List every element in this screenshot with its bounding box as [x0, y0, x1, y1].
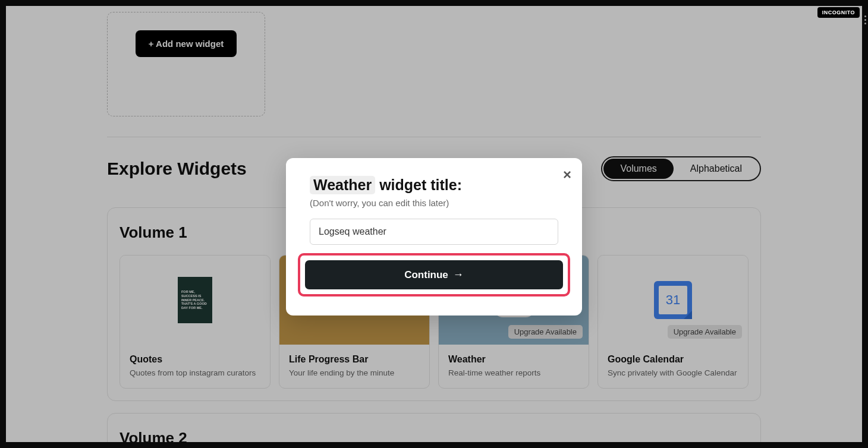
- arrow-right-icon: →: [453, 269, 464, 281]
- modal-subtitle: (Don't worry, you can edit this later): [310, 198, 558, 208]
- more-menu-icon[interactable]: [864, 15, 866, 24]
- incognito-badge: INCOGNITO: [817, 7, 860, 18]
- close-icon[interactable]: ×: [563, 168, 571, 182]
- continue-button[interactable]: Continue →: [305, 260, 563, 289]
- modal-title-suffix: widget title:: [375, 176, 462, 193]
- widget-title-modal: × Weather widget title: (Don't worry, yo…: [286, 158, 582, 316]
- continue-label: Continue: [404, 269, 448, 281]
- continue-highlight: Continue →: [298, 253, 570, 296]
- widget-title-input[interactable]: [310, 219, 558, 245]
- modal-title: Weather widget title:: [310, 176, 558, 194]
- widget-name-highlight: Weather: [310, 176, 375, 194]
